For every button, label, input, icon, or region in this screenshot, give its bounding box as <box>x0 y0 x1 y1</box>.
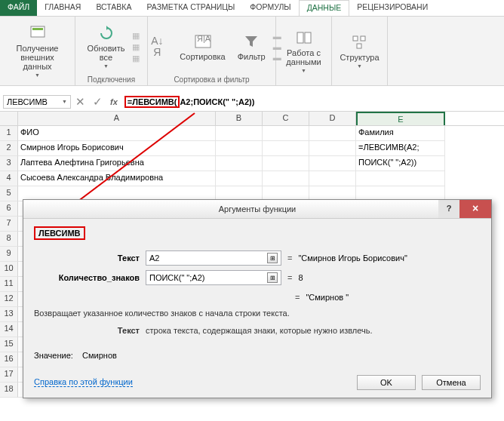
data-tools-label: Работа с данными <box>286 48 321 66</box>
tab-data[interactable]: ДАННЫЕ <box>299 0 350 16</box>
sort-filter-group-label: Сортировка и фильтр <box>174 74 249 84</box>
structure-button[interactable]: Структура▼ <box>335 32 383 71</box>
range-selector-icon[interactable]: ⊞ <box>267 272 278 283</box>
row-header[interactable]: 14 <box>0 322 18 337</box>
cell-E4[interactable] <box>356 171 445 186</box>
row-header[interactable]: 17 <box>0 367 18 383</box>
cell-A3[interactable]: Лаптева Алефтина Григорьевна <box>18 156 216 171</box>
function-arguments-dialog: Аргументы функции ? × ЛЕВСИМВ Текст A2 ⊞… <box>23 199 492 398</box>
svg-rect-7 <box>361 36 365 41</box>
database-icon <box>27 24 48 42</box>
row-header[interactable]: 3 <box>0 156 18 171</box>
row-header[interactable]: 10 <box>0 262 18 277</box>
structure-label: Структура <box>340 53 379 62</box>
sort-icon: Я|А <box>192 32 214 51</box>
connections-small-icons[interactable]: ▦▦▦ <box>132 31 140 63</box>
cell-D4[interactable] <box>309 171 356 186</box>
col-header-E[interactable]: E <box>356 112 445 125</box>
svg-rect-4 <box>297 32 303 43</box>
arg-text-input[interactable]: A2 ⊞ <box>146 250 281 266</box>
tab-insert[interactable]: ВСТАВКА <box>88 0 139 16</box>
cell-B1[interactable] <box>216 126 263 141</box>
enter-icon[interactable]: ✓ <box>93 95 103 109</box>
dialog-close-button[interactable]: × <box>459 200 491 218</box>
dialog-help-button[interactable]: ? <box>438 200 459 218</box>
row-header[interactable]: 13 <box>0 307 18 322</box>
function-description: Возвращает указанное количество знаков с… <box>34 308 481 319</box>
function-help-link[interactable]: Справка по этой функции <box>34 377 133 387</box>
ok-button[interactable]: OK <box>357 375 416 390</box>
cell-A1[interactable]: ФИО <box>18 126 216 141</box>
cell-D1[interactable] <box>309 126 356 141</box>
sort-az-icon: A↓Я <box>146 38 167 56</box>
sort-button[interactable]: Я|А Сортировка <box>175 31 229 63</box>
fx-icon[interactable]: fx <box>110 97 118 106</box>
cell-E1[interactable]: Фамилия <box>356 126 445 141</box>
arg-numchars-input[interactable]: ПОИСК(" ";A2) ⊞ <box>146 270 281 285</box>
filter-button[interactable]: Фильтр <box>233 31 270 63</box>
cell-A2[interactable]: Смирнов Игорь Борисович <box>18 141 216 156</box>
cell-C1[interactable] <box>263 126 309 141</box>
col-header-C[interactable]: C <box>263 112 309 125</box>
cell-E2[interactable]: =ЛЕВСИМВ(A2; <box>356 141 445 156</box>
svg-rect-5 <box>305 32 311 43</box>
refresh-all-button[interactable]: Обновить все▼ <box>83 23 130 71</box>
cancel-icon[interactable]: ✕ <box>75 95 85 109</box>
sort-az-button[interactable]: A↓Я <box>142 36 172 57</box>
row-header[interactable]: 4 <box>0 171 18 186</box>
row-header[interactable]: 16 <box>0 352 18 367</box>
cancel-button[interactable]: Отмена <box>422 375 481 390</box>
connections-group-label: Подключения <box>88 74 135 84</box>
row-header[interactable]: 12 <box>0 292 18 307</box>
cell-D3[interactable] <box>309 156 356 171</box>
tab-layout[interactable]: РАЗМЕТКА СТРАНИЦЫ <box>139 0 242 16</box>
row-header[interactable]: 2 <box>0 141 18 156</box>
row-header[interactable]: 5 <box>0 186 18 201</box>
arg-desc-label: Текст <box>34 325 140 336</box>
col-header-D[interactable]: D <box>309 112 356 125</box>
cell-B4[interactable] <box>216 171 263 186</box>
data-tools-icon <box>293 29 315 47</box>
name-box[interactable]: ЛЕВСИМВ ▼ <box>3 95 71 109</box>
function-result: "Смирнов " <box>306 293 349 302</box>
cell-B2[interactable] <box>216 141 263 156</box>
table-row: 3Лаптева Алефтина ГригорьевнаПОИСК(" ";A… <box>0 156 504 171</box>
arg-numchars-label: Количество_знаков <box>34 273 140 282</box>
cell-C2[interactable] <box>263 141 309 156</box>
cell-B3[interactable] <box>216 156 263 171</box>
col-header-A[interactable]: A <box>18 112 216 125</box>
row-header[interactable]: 18 <box>0 383 18 398</box>
formula-input[interactable]: =ЛЕВСИМВ(A2;ПОИСК(" ";A2)) <box>122 94 501 110</box>
structure-icon <box>349 33 370 51</box>
name-box-value: ЛЕВСИМВ <box>7 97 48 106</box>
row-header[interactable]: 6 <box>0 201 18 217</box>
col-header-B[interactable]: B <box>216 112 263 125</box>
range-selector-icon[interactable]: ⊞ <box>267 253 278 263</box>
tab-review[interactable]: РЕЦЕНЗИРОВАНИ <box>349 0 435 16</box>
select-all-corner[interactable] <box>0 112 18 125</box>
refresh-icon <box>96 24 117 42</box>
cell-D2[interactable] <box>309 141 356 156</box>
arg-text-value: A2 <box>149 254 159 263</box>
row-header[interactable]: 8 <box>0 232 18 247</box>
row-header[interactable]: 1 <box>0 126 18 141</box>
get-data-label: Получение внешних данных <box>8 44 67 71</box>
row-header[interactable]: 11 <box>0 277 18 292</box>
chevron-down-icon: ▼ <box>62 99 67 104</box>
cell-C3[interactable] <box>263 156 309 171</box>
cell-A4[interactable]: Сысоева Александра Владимировна <box>18 171 216 186</box>
tab-file[interactable]: ФАЙЛ <box>0 0 37 16</box>
dialog-titlebar[interactable]: Аргументы функции ? × <box>23 200 491 219</box>
row-header[interactable]: 7 <box>0 217 18 232</box>
data-tools-button[interactable]: Работа с данными▼ <box>281 27 325 75</box>
refresh-label: Обновить все <box>88 44 125 62</box>
tab-formulas[interactable]: ФОРМУЛЫ <box>242 0 298 16</box>
cell-C4[interactable] <box>263 171 309 186</box>
get-external-data-button[interactable]: Получение внешних данных▼ <box>3 23 72 80</box>
formula-rest: A2;ПОИСК(" ";A2)) <box>180 97 254 106</box>
sort-label: Сортировка <box>180 52 225 61</box>
tab-home[interactable]: ГЛАВНАЯ <box>37 0 88 16</box>
row-header[interactable]: 15 <box>0 337 18 352</box>
cell-E3[interactable]: ПОИСК(" ";A2)) <box>356 156 445 171</box>
row-header[interactable]: 9 <box>0 247 18 262</box>
